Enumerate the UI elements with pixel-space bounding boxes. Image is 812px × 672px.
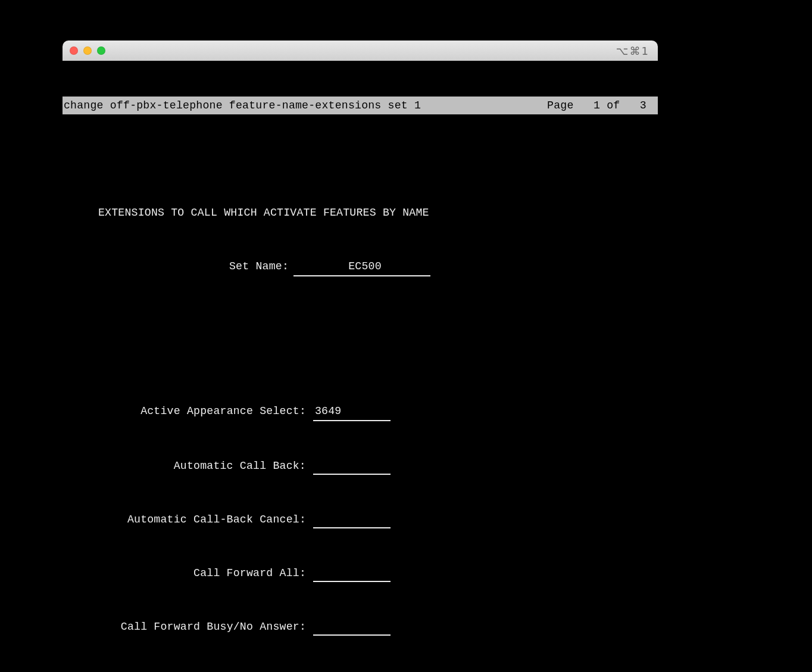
field-input[interactable] [313, 564, 391, 582]
field-input[interactable]: 3649 [313, 402, 391, 421]
minimize-icon[interactable] [83, 46, 92, 55]
set-name-label: Set Name: [63, 257, 289, 276]
table-row: Call Forward All: [63, 564, 658, 582]
field-label: Automatic Call Back: [63, 457, 308, 475]
field-label: Call Forward Busy/No Answer: [63, 618, 308, 636]
zoom-icon[interactable] [97, 46, 105, 55]
table-row: Automatic Call-Back Cancel: [63, 511, 658, 528]
field-label: Automatic Call-Back Cancel: [63, 511, 308, 528]
close-icon[interactable] [70, 46, 78, 55]
page-indicator: Page 1 of 3 [547, 97, 657, 114]
terminal-content: EXTENSIONS TO CALL WHICH ACTIVATE FEATUR… [63, 168, 658, 672]
page-title: EXTENSIONS TO CALL WHICH ACTIVATE FEATUR… [63, 204, 658, 222]
titlebar-shortcut: ⌥⌘1 [616, 45, 649, 57]
terminal-window: ⌥⌘1 change off-pbx-telephone feature-nam… [63, 41, 658, 672]
table-row: Call Forward Busy/No Answer: [63, 618, 658, 636]
terminal-body[interactable]: change off-pbx-telephone feature-name-ex… [63, 61, 658, 672]
titlebar[interactable]: ⌥⌘1 [63, 41, 658, 61]
table-row: Automatic Call Back: [63, 457, 658, 475]
table-row: Active Appearance Select: 3649 [63, 402, 658, 421]
field-label: Active Appearance Select: [63, 402, 308, 421]
set-name-row: Set Name: EC500 [63, 257, 658, 276]
field-input[interactable] [313, 618, 391, 636]
traffic-lights [70, 46, 105, 55]
field-input[interactable] [313, 457, 391, 475]
command-text: change off-pbx-telephone feature-name-ex… [64, 97, 547, 114]
field-label: Call Forward All: [63, 564, 308, 582]
set-name-input[interactable]: EC500 [293, 257, 430, 276]
field-input[interactable] [313, 511, 391, 528]
status-line: change off-pbx-telephone feature-name-ex… [63, 97, 658, 114]
